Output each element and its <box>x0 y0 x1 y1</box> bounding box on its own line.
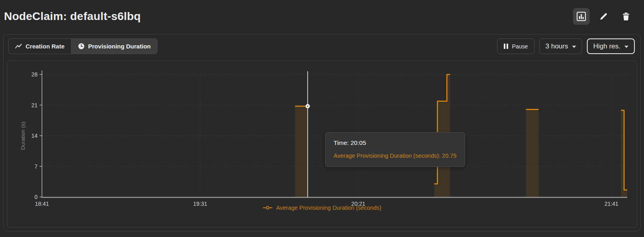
legend-label: Average Provisioning Duration (seconds) <box>276 205 381 211</box>
metrics-panel: Creation Rate Provisioning Duration Paus… <box>3 34 641 231</box>
chart-canvas[interactable]: 0714212818:4119:3120:2121:41Duration (s) <box>7 61 637 210</box>
caret-down-icon <box>572 46 576 48</box>
pause-icon <box>504 44 508 49</box>
tab-group: Creation Rate Provisioning Duration <box>8 38 157 54</box>
pencil-icon <box>599 12 608 21</box>
delete-button[interactable] <box>618 8 634 25</box>
edit-button[interactable] <box>595 8 612 25</box>
y-tick-label: 21 <box>31 102 38 108</box>
trash-icon <box>621 12 631 21</box>
y-tick-label: 28 <box>31 71 38 78</box>
y-tick-label: 0 <box>34 194 38 200</box>
clock-icon <box>78 43 85 50</box>
tab-label: Creation Rate <box>26 43 65 50</box>
duration-chart: 0714212818:4119:3120:2121:41Duration (s) <box>7 61 637 210</box>
resolution-value: High res. <box>593 42 620 50</box>
y-tick-label: 14 <box>31 133 38 139</box>
pause-label: Pause <box>512 43 528 50</box>
y-tick-label: 7 <box>34 163 38 170</box>
tab-provisioning-duration[interactable]: Provisioning Duration <box>71 39 157 54</box>
time-range-select[interactable]: 3 hours <box>539 38 582 54</box>
hover-point-center <box>307 106 308 107</box>
toolbar: Creation Rate Provisioning Duration Paus… <box>4 34 640 58</box>
tooltip-series: Average Provisioning Duration (seconds):… <box>334 153 457 159</box>
chart-view-button[interactable] <box>573 8 590 25</box>
bar-chart-icon <box>576 11 586 22</box>
pause-button[interactable]: Pause <box>497 38 535 54</box>
header: NodeClaim: default-s6lbq <box>0 0 644 31</box>
page: NodeClaim: default-s6lbq <box>0 0 644 237</box>
chart-tooltip: Time: 20:05 Average Provisioning Duratio… <box>325 132 465 167</box>
toolbar-actions: Pause 3 hours High res. <box>497 38 635 54</box>
trend-icon <box>15 44 22 49</box>
tooltip-time: Time: 20:05 <box>334 139 457 147</box>
chart-legend: Average Provisioning Duration (seconds) <box>7 205 637 211</box>
header-actions <box>573 8 634 25</box>
time-range-value: 3 hours <box>545 42 568 50</box>
resolution-select[interactable]: High res. <box>587 38 635 54</box>
chart-card: 0714212818:4119:3120:2121:41Duration (s)… <box>7 60 637 228</box>
caret-down-icon <box>624 46 628 48</box>
tab-label: Provisioning Duration <box>88 43 151 50</box>
y-axis-label: Duration (s) <box>20 122 26 150</box>
series-fill <box>295 106 308 197</box>
tab-creation-rate[interactable]: Creation Rate <box>9 39 71 54</box>
legend-marker-icon <box>262 205 273 210</box>
page-title: NodeClaim: default-s6lbq <box>4 10 141 23</box>
series-fill <box>526 109 539 197</box>
